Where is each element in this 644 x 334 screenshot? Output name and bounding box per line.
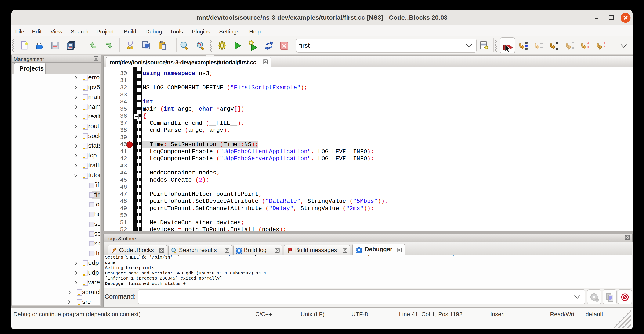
- svg-text:R: R: [198, 42, 202, 48]
